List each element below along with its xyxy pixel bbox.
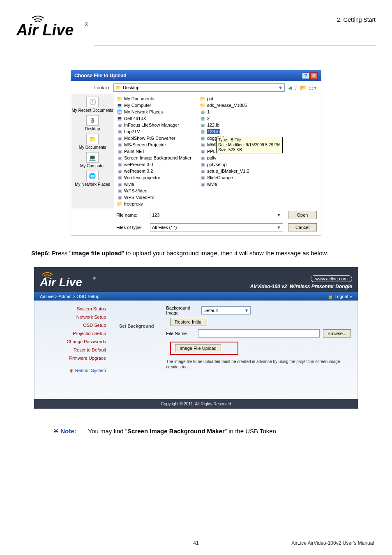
- up-folder-icon[interactable]: ⤴: [295, 85, 297, 91]
- cancel-button[interactable]: Cancel: [288, 223, 317, 231]
- app-icon: ▣: [200, 162, 205, 167]
- side-reset-default[interactable]: Reset to Default: [41, 347, 106, 352]
- file-item[interactable]: 📁freeproxy: [117, 201, 191, 207]
- lookin-select[interactable]: 📁 Desktop ▼: [113, 83, 285, 92]
- view-icon[interactable]: ☷▾: [309, 85, 317, 91]
- file-name-input[interactable]: [198, 329, 320, 338]
- filename-label: File name:: [116, 213, 145, 217]
- file-item[interactable]: ▦1: [200, 109, 249, 115]
- close-button[interactable]: ✕: [310, 72, 318, 79]
- computer-icon: 💻: [117, 102, 122, 108]
- svg-text:Air Live: Air Live: [16, 21, 74, 39]
- side-projection-setup[interactable]: Projection Setup: [41, 331, 106, 336]
- app-icon: ▣: [117, 188, 122, 194]
- set-background-label: Set Background: [119, 305, 154, 395]
- file-item[interactable]: ▣Lap2TV: [117, 129, 191, 134]
- footer-text: AirLive AirVideo-100v2 User's Manual: [291, 540, 374, 546]
- place-desktop[interactable]: 🖥Desktop: [85, 115, 100, 131]
- app-icon: ▣: [117, 155, 122, 161]
- breadcrumb: AirLive > Admin > OSD Setup: [40, 294, 99, 299]
- dialog-title: Choose File to Upload: [74, 73, 127, 79]
- restore-initial-button[interactable]: Restore Initial: [170, 318, 207, 326]
- side-change-passwords[interactable]: Change Passwords: [41, 339, 106, 344]
- open-button[interactable]: Open: [288, 211, 317, 219]
- folder-icon: 📁: [200, 96, 205, 102]
- file-item[interactable]: ▣setup_IBMaker_V1.0: [200, 168, 249, 174]
- browse-button[interactable]: Browse...: [323, 329, 351, 338]
- side-system-status[interactable]: System Status: [41, 306, 106, 311]
- file-item[interactable]: 🌐My Network Places: [117, 109, 191, 115]
- upload-note: The image file to be uploaded must be cr…: [166, 359, 351, 370]
- filename-input[interactable]: 123▼: [150, 211, 283, 219]
- side-reboot[interactable]: Reboot System: [41, 368, 106, 373]
- svg-text:®: ®: [85, 22, 88, 28]
- place-mydocs[interactable]: 📁My Documents: [79, 134, 106, 150]
- file-name-label: File Name: [166, 331, 195, 336]
- file-item[interactable]: ▣pptvsetup: [200, 162, 249, 167]
- brand-url[interactable]: www.airlive.com: [311, 275, 352, 282]
- side-firmware-upgrade[interactable]: Firmware Upgrade: [41, 356, 106, 361]
- app-icon: ▣: [200, 148, 205, 154]
- product-sub: Wireless Presenter Dongle: [290, 284, 352, 289]
- side-network-setup[interactable]: Network Setup: [41, 314, 106, 319]
- folder-icon: 📁: [117, 201, 122, 207]
- logout-link[interactable]: Logout »: [328, 294, 352, 299]
- file-icon: ▦: [200, 122, 205, 128]
- file-item[interactable]: ▣wePresent 3.2: [117, 168, 191, 174]
- app-icon: ▣: [117, 194, 122, 200]
- file-item[interactable]: ▦2: [200, 116, 249, 121]
- file-item[interactable]: ▣ppliv: [200, 155, 249, 161]
- place-recent[interactable]: 🕘My Recent Documents: [71, 97, 113, 113]
- file-item[interactable]: ▦123.ib: [200, 129, 249, 134]
- file-item[interactable]: ▣SlideChange: [200, 175, 249, 180]
- app-icon: ▣: [200, 168, 205, 174]
- page-number: 41: [193, 540, 198, 546]
- filetype-label: Files of type:: [116, 225, 145, 230]
- file-item[interactable]: 💻My Computer: [117, 102, 191, 108]
- file-item[interactable]: ▣wivia: [200, 181, 249, 187]
- folder-icon: 📁: [200, 102, 205, 108]
- file-item[interactable]: ▦122.ib: [200, 122, 249, 128]
- app-icon: ▣: [117, 129, 122, 134]
- place-mynetwork[interactable]: 🌐My Network Places: [75, 171, 110, 187]
- file-item[interactable]: 📁My Documents: [117, 96, 191, 102]
- side-osd-setup[interactable]: OSD Setup: [41, 323, 106, 328]
- folder-icon: 📁: [115, 85, 121, 90]
- app-icon: ▣: [117, 181, 122, 187]
- upload-highlight: Image File Upload: [170, 342, 238, 355]
- folder-icon: 📁: [117, 96, 122, 102]
- file-item[interactable]: 📁ppt: [200, 96, 249, 102]
- file-list[interactable]: 📁My Documents💻My Computer🌐My Network Pla…: [114, 94, 321, 208]
- file-item[interactable]: ▣Wireless projector: [117, 175, 191, 180]
- airlive-logo: Air Live ®: [16, 12, 95, 41]
- file-chooser-dialog: Choose File to Upload ? ✕ Look in: 📁 Des…: [71, 70, 321, 236]
- file-item[interactable]: ▣wivia: [117, 181, 191, 187]
- computer-icon: 💻: [117, 116, 122, 121]
- app-icon: ▣: [200, 175, 205, 180]
- app-icon: ▣: [117, 148, 122, 154]
- lookin-label: Look in:: [75, 85, 110, 90]
- place-mycomputer[interactable]: 💻My Computer: [80, 152, 105, 168]
- back-icon[interactable]: ◀: [288, 85, 292, 91]
- header-rule: [95, 45, 376, 46]
- file-item[interactable]: ▣WPS-Video: [117, 188, 191, 194]
- chevron-down-icon: ▼: [277, 213, 281, 217]
- svg-text:®: ®: [93, 276, 96, 280]
- file-item[interactable]: 💻Dell 4610X: [117, 116, 191, 121]
- filetype-select[interactable]: All Files (*.*)▼: [150, 223, 283, 231]
- file-item[interactable]: ▣Screen Image Background Maker: [117, 155, 191, 161]
- help-button[interactable]: ?: [302, 72, 309, 79]
- bg-image-select[interactable]: Default▼: [201, 306, 251, 314]
- file-item[interactable]: ▣MobiShow PtG Converter: [117, 135, 191, 141]
- file-item[interactable]: ▣Paint.NET: [117, 148, 191, 154]
- svg-text:Air Live: Air Live: [40, 276, 82, 288]
- file-item[interactable]: 📁sdk_release_V1805: [200, 102, 249, 108]
- file-item[interactable]: ▣InFocus LiteShow Manager: [117, 122, 191, 128]
- file-item[interactable]: ▣MS-Screen Projector: [117, 142, 191, 148]
- lookin-value: Desktop: [123, 85, 139, 90]
- image-upload-button[interactable]: Image File Upload: [175, 344, 221, 352]
- note-line: ※ Note: You may find "Screen Image Backg…: [53, 428, 361, 435]
- new-folder-icon[interactable]: 📂: [300, 85, 307, 91]
- file-item[interactable]: ▣wePresent 3.0: [117, 162, 191, 167]
- file-item[interactable]: ▣WPS-VideoPro: [117, 194, 191, 200]
